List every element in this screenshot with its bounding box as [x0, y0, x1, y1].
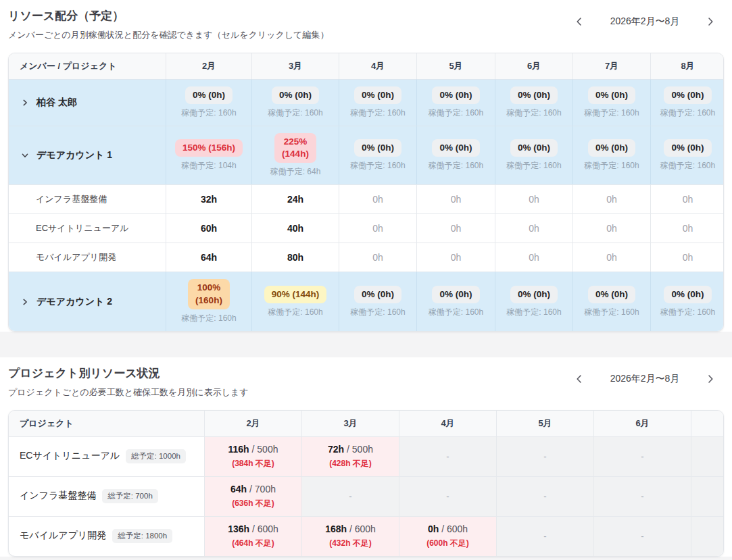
planned-capacity-label: 稼働予定: 160h [256, 307, 335, 318]
month-column-header: 4月 [339, 53, 416, 79]
no-data-cell: - [593, 476, 691, 516]
allocation-month-cell[interactable]: 0% (0h)稼働予定: 160h [572, 272, 650, 330]
no-data-cell: - [691, 476, 724, 516]
allocation-hours-cell[interactable]: 0h [339, 184, 416, 213]
allocation-month-cell[interactable]: 0% (0h)稼働予定: 160h [495, 126, 572, 184]
project-status-title: プロジェクト別リソース状況 [8, 365, 249, 382]
allocation-hours-cell[interactable]: 0h [650, 184, 724, 213]
no-data-cell: - [399, 476, 496, 516]
allocation-hours-cell[interactable]: 24h [251, 184, 339, 213]
shortage-label: (432h 不足) [302, 538, 399, 549]
utilization-badge: 0% (0h) [510, 139, 558, 157]
shortage-label: (428h 不足) [302, 458, 399, 469]
allocation-hours-cell[interactable]: 0h [495, 243, 572, 272]
chevron-down-icon [21, 151, 29, 159]
allocation-month-cell[interactable]: 0% (0h)稼働予定: 160h [339, 79, 416, 126]
month-column-header: 6月 [593, 411, 691, 436]
member-row: 柏谷 太郎0% (0h)稼働予定: 160h0% (0h)稼働予定: 160h0… [9, 79, 724, 126]
utilization-badge: 100%(160h) [188, 279, 230, 309]
shortfall-cell: 136h / 600h(464h 不足) [204, 516, 301, 556]
allocation-month-cell[interactable]: 0% (0h)稼働予定: 160h [251, 79, 339, 126]
secured-hours: 168h [325, 524, 347, 534]
planned-capacity-label: 稼働予定: 160h [421, 107, 491, 119]
allocation-month-cell[interactable]: 0% (0h)稼働予定: 160h [166, 79, 251, 126]
month-column-header: 2月 [166, 53, 251, 79]
required-hours: / 600h [347, 524, 376, 534]
allocation-month-cell[interactable]: 0% (0h)稼働予定: 160h [495, 79, 572, 126]
member-name-wrap: デモアカウント 1 [21, 149, 160, 161]
allocation-period-pager: 2026年2月〜8月 [571, 14, 718, 30]
shortfall-cell: 0h / 600h(600h 不足) [399, 516, 496, 556]
project-header-row: プロジェクト2月3月4月5月6月 [9, 411, 724, 436]
allocation-hours-cell[interactable]: 0h [572, 243, 650, 272]
month-column-header: 3月 [251, 53, 339, 79]
allocation-hours-cell[interactable]: 64h [166, 243, 251, 272]
member-project-subrow: ECサイトリニューアル60h40h0h0h0h0h0h [9, 213, 724, 243]
allocation-period-label: 2026年2月〜8月 [605, 16, 685, 28]
allocation-table-card: メンバー / プロジェクト2月3月4月5月6月7月8月柏谷 太郎0% (0h)稼… [8, 53, 724, 332]
shortage-label: (384h 不足) [205, 458, 301, 469]
planned-capacity-label: 稼働予定: 160h [577, 307, 646, 318]
project-next-period-button[interactable] [702, 371, 718, 387]
allocation-hours-cell[interactable]: 0h [416, 184, 495, 213]
allocation-month-cell[interactable]: 0% (0h)稼働予定: 160h [650, 126, 724, 184]
allocation-hours-cell[interactable]: 0h [339, 213, 416, 243]
allocation-month-cell[interactable]: 0% (0h)稼働予定: 160h [650, 79, 724, 126]
allocation-hours-cell[interactable]: 0h [495, 184, 572, 213]
allocation-month-cell[interactable]: 0% (0h)稼働予定: 160h [650, 272, 724, 330]
allocation-hours-cell[interactable]: 0h [339, 243, 416, 272]
allocation-month-cell[interactable]: 0% (0h)稼働予定: 160h [495, 272, 572, 330]
member-toggle-cell[interactable]: デモアカウント 2 [9, 272, 166, 330]
allocation-month-cell[interactable]: 0% (0h)稼働予定: 160h [339, 272, 416, 330]
no-data-cell: - [691, 516, 724, 556]
project-status-row: インフラ基盤整備総予定: 700h64h / 700h(636h 不足)----… [9, 476, 724, 516]
allocation-hours-cell[interactable]: 0h [572, 184, 650, 213]
no-data-cell: - [496, 516, 593, 556]
utilization-badge: 0% (0h) [588, 139, 635, 157]
allocation-month-cell[interactable]: 150% (156h)稼働予定: 104h [166, 126, 251, 184]
shortfall-cell: 64h / 700h(636h 不足) [204, 476, 301, 516]
month-column-header: 2月 [204, 411, 301, 436]
month-column-header: 5月 [416, 53, 495, 79]
allocation-hours-cell[interactable]: 80h [251, 243, 339, 272]
allocation-month-cell[interactable]: 0% (0h)稼働予定: 160h [572, 126, 650, 184]
allocation-month-cell[interactable]: 0% (0h)稼働予定: 160h [416, 272, 495, 330]
allocation-hours-cell[interactable]: 0h [650, 243, 724, 272]
allocation-month-cell[interactable]: 0% (0h)稼働予定: 160h [339, 126, 416, 184]
secured-vs-required: 72h / 500h [302, 443, 399, 455]
allocation-hours-cell[interactable]: 40h [251, 213, 339, 243]
allocation-hours-cell[interactable]: 0h [495, 213, 572, 243]
allocation-hours-cell[interactable]: 0h [416, 243, 495, 272]
month-column-header: 8月 [650, 53, 724, 79]
allocation-prev-period-button[interactable] [571, 14, 587, 30]
utilization-badge: 0% (0h) [432, 286, 479, 303]
allocation-next-period-button[interactable] [702, 14, 718, 30]
allocation-hours-cell[interactable]: 0h [572, 213, 650, 243]
member-toggle-cell[interactable]: 柏谷 太郎 [9, 79, 166, 126]
chevron-right-icon [21, 298, 29, 306]
allocation-month-cell[interactable]: 225%(144h)稼働予定: 64h [251, 126, 339, 184]
allocation-month-cell[interactable]: 0% (0h)稼働予定: 160h [416, 126, 495, 184]
allocation-month-cell[interactable]: 0% (0h)稼働予定: 160h [572, 79, 650, 126]
utilization-badge: 0% (0h) [588, 286, 635, 303]
planned-capacity-label: 稼働予定: 160h [421, 160, 491, 172]
allocation-month-cell[interactable]: 90% (144h)稼働予定: 160h [251, 272, 339, 330]
project-status-subtitle: プロジェクトごとの必要工数と確保工数を月別に表示します [8, 386, 249, 399]
utilization-badge: 0% (0h) [354, 86, 401, 104]
chevron-right-icon [21, 99, 29, 107]
allocation-hours-cell[interactable]: 32h [166, 184, 251, 213]
member-toggle-cell[interactable]: デモアカウント 1 [9, 126, 166, 184]
shortage-label: (636h 不足) [205, 498, 301, 509]
project-prev-period-button[interactable] [571, 371, 587, 387]
no-data-cell: - [496, 436, 593, 476]
allocation-hours-cell[interactable]: 0h [650, 213, 724, 243]
secured-vs-required: 64h / 700h [205, 483, 301, 495]
member-project-subrow: インフラ基盤整備32h24h0h0h0h0h0h [9, 184, 724, 213]
member-project-column-header: メンバー / プロジェクト [9, 53, 166, 79]
allocation-hours-cell[interactable]: 60h [166, 213, 251, 243]
allocation-month-cell[interactable]: 100%(160h)稼働予定: 160h [166, 272, 251, 330]
allocation-hours-cell[interactable]: 0h [416, 213, 495, 243]
allocation-month-cell[interactable]: 0% (0h)稼働予定: 160h [416, 79, 495, 126]
planned-capacity-label: 稼働予定: 160h [343, 107, 412, 119]
required-hours: / 600h [439, 524, 468, 534]
